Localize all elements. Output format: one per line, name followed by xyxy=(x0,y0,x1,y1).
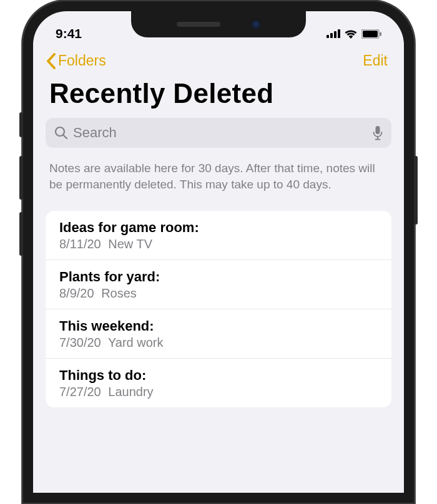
note-subtitle: 7/27/20 Laundry xyxy=(59,385,378,399)
edit-label: Edit xyxy=(363,52,388,69)
phone-frame: 9:41 Folders Edit xyxy=(22,0,415,504)
status-time: 9:41 xyxy=(56,26,82,41)
side-button xyxy=(19,112,23,137)
note-title: Plants for yard: xyxy=(59,269,378,285)
screen: 9:41 Folders Edit xyxy=(33,11,404,493)
wifi-icon xyxy=(344,29,358,39)
list-item[interactable]: This weekend: 7/30/20 Yard work xyxy=(46,309,391,359)
note-subtitle: 8/9/20 Roses xyxy=(59,286,378,301)
svg-rect-0 xyxy=(327,35,329,38)
speaker xyxy=(177,22,220,27)
retention-info: Notes are available here for 30 days. Af… xyxy=(33,158,404,211)
chevron-left-icon xyxy=(46,53,57,69)
svg-rect-9 xyxy=(376,126,380,134)
search-icon xyxy=(54,126,68,140)
note-subtitle: 8/11/20 New TV xyxy=(59,237,378,251)
page-title: Recently Deleted xyxy=(33,75,404,118)
side-button xyxy=(19,212,23,256)
svg-rect-1 xyxy=(330,33,333,38)
back-label: Folders xyxy=(58,52,106,69)
note-title: This weekend: xyxy=(59,318,378,334)
note-title: Things to do: xyxy=(59,367,378,384)
search-input[interactable]: Search xyxy=(46,118,391,148)
svg-rect-3 xyxy=(338,29,340,38)
svg-rect-6 xyxy=(380,32,382,36)
search-placeholder: Search xyxy=(73,125,368,141)
edit-button[interactable]: Edit xyxy=(363,52,391,69)
battery-icon xyxy=(361,29,381,39)
list-item[interactable]: Ideas for game room: 8/11/20 New TV xyxy=(46,211,391,260)
svg-rect-2 xyxy=(334,31,336,38)
cellular-icon xyxy=(327,29,340,38)
side-button xyxy=(414,156,418,225)
notch xyxy=(131,11,306,37)
note-title: Ideas for game room: xyxy=(59,220,378,236)
notes-list: Ideas for game room: 8/11/20 New TV Plan… xyxy=(46,211,391,407)
mic-icon[interactable] xyxy=(373,125,383,140)
note-subtitle: 7/30/20 Yard work xyxy=(59,336,378,350)
svg-line-8 xyxy=(63,135,67,138)
side-button xyxy=(19,156,23,200)
front-camera xyxy=(252,20,260,29)
list-item[interactable]: Things to do: 7/27/20 Laundry xyxy=(46,359,391,407)
svg-rect-5 xyxy=(363,31,378,37)
list-item[interactable]: Plants for yard: 8/9/20 Roses xyxy=(46,260,391,309)
nav-bar: Folders Edit xyxy=(33,47,404,75)
back-button[interactable]: Folders xyxy=(46,52,106,69)
